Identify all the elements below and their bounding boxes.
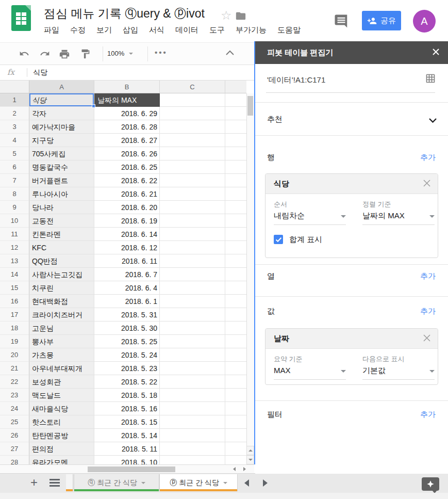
cell-A18[interactable]: 고운님 bbox=[29, 321, 94, 335]
cell-C8[interactable] bbox=[160, 187, 225, 201]
scroll-left-button[interactable] bbox=[233, 467, 236, 471]
cell-C16[interactable] bbox=[160, 295, 225, 308]
cell-C14[interactable] bbox=[160, 268, 225, 281]
cell-D3[interactable] bbox=[225, 120, 246, 134]
cell-D9[interactable] bbox=[225, 201, 246, 214]
cell-C4[interactable] bbox=[160, 134, 225, 147]
cell-A28[interactable]: 유라가모멘 bbox=[29, 456, 94, 464]
add-sheet-button[interactable]: + bbox=[28, 474, 40, 491]
cell-A11[interactable]: 킨톤라멘 bbox=[29, 228, 94, 241]
row-number[interactable]: 16 bbox=[0, 295, 29, 308]
column-header-B[interactable]: B bbox=[94, 81, 160, 93]
undo-button[interactable] bbox=[19, 49, 30, 59]
cell-B5[interactable]: 2018. 6. 26 bbox=[94, 147, 160, 160]
rows-add-link[interactable]: 추가 bbox=[420, 153, 436, 163]
sheets-logo[interactable] bbox=[11, 5, 31, 31]
sheet-tab-clipped[interactable] bbox=[66, 474, 73, 491]
cell-B3[interactable]: 2018. 6. 28 bbox=[94, 120, 160, 134]
show-totals-checkbox[interactable] bbox=[274, 235, 283, 244]
document-title[interactable]: 점심 메뉴 기록 ⓠuery & ⓟivot bbox=[44, 6, 205, 22]
cell-C26[interactable] bbox=[160, 429, 225, 442]
sheet-tab-1[interactable]: ⓠ 최근 간 식당 bbox=[74, 474, 159, 491]
cell-A6[interactable]: 명동칼국수 bbox=[29, 160, 94, 174]
redo-button[interactable] bbox=[39, 49, 51, 59]
cell-B1[interactable]: 날짜의 MAX bbox=[94, 93, 160, 107]
row-number[interactable]: 12 bbox=[0, 241, 29, 254]
row-number[interactable]: 7 bbox=[0, 174, 29, 187]
cell-A13[interactable]: QQ반점 bbox=[29, 254, 94, 268]
cell-D25[interactable] bbox=[225, 415, 246, 429]
cell-A12[interactable]: KFC bbox=[29, 241, 94, 254]
close-icon[interactable] bbox=[423, 180, 430, 187]
row-number[interactable]: 25 bbox=[0, 415, 29, 429]
cell-D14[interactable] bbox=[225, 268, 246, 281]
cell-A19[interactable]: 뽕사부 bbox=[29, 335, 94, 348]
all-sheets-icon[interactable] bbox=[49, 479, 60, 487]
row-number[interactable]: 1 bbox=[0, 93, 29, 107]
cell-C5[interactable] bbox=[160, 147, 225, 160]
row-number[interactable]: 14 bbox=[0, 268, 29, 281]
cell-B9[interactable]: 2018. 6. 20 bbox=[94, 201, 160, 214]
menu-서식[interactable]: 서식 bbox=[149, 25, 164, 35]
row-number[interactable]: 4 bbox=[0, 134, 29, 147]
data-range-input[interactable]: '데이터'!A1:C171 bbox=[267, 75, 325, 85]
cell-A1[interactable]: 식당 bbox=[29, 93, 94, 107]
menu-부가기능[interactable]: 부가기능 bbox=[236, 25, 267, 35]
cell-A14[interactable]: 사람사는고깃집 bbox=[29, 268, 94, 281]
cell-B2[interactable]: 2018. 6. 29 bbox=[94, 107, 160, 120]
close-icon[interactable] bbox=[423, 334, 430, 342]
columns-add-link[interactable]: 추가 bbox=[420, 271, 436, 281]
tab-dropdown-arrow-icon[interactable] bbox=[223, 482, 227, 484]
cell-C7[interactable] bbox=[160, 174, 225, 187]
dropdown-arrow-icon[interactable] bbox=[429, 370, 435, 373]
share-button[interactable]: 공유 bbox=[362, 11, 401, 30]
zoom-control[interactable]: 100% bbox=[107, 50, 133, 57]
star-icon[interactable]: ☆ bbox=[221, 8, 232, 23]
cell-B7[interactable]: 2018. 6. 22 bbox=[94, 174, 160, 187]
sheet-tab-2[interactable]: ⓟ 최근 간 식당 bbox=[159, 474, 238, 491]
row-number[interactable]: 6 bbox=[0, 160, 29, 174]
summarize-by-dropdown[interactable]: MAX bbox=[274, 366, 291, 375]
cell-B11[interactable]: 2018. 6. 14 bbox=[94, 228, 160, 241]
cell-A20[interactable]: 가츠몽 bbox=[29, 348, 94, 362]
cell-B17[interactable]: 2018. 5. 31 bbox=[94, 308, 160, 321]
cell-D11[interactable] bbox=[225, 228, 246, 241]
dropdown-arrow-icon[interactable] bbox=[341, 215, 346, 218]
cell-B14[interactable]: 2018. 6. 7 bbox=[94, 268, 160, 281]
cell-D20[interactable] bbox=[225, 348, 246, 362]
select-range-grid-icon[interactable] bbox=[425, 73, 436, 84]
cell-C15[interactable] bbox=[160, 281, 225, 295]
cell-A22[interactable]: 보성회관 bbox=[29, 375, 94, 389]
cell-B10[interactable]: 2018. 6. 19 bbox=[94, 214, 160, 228]
cell-C12[interactable] bbox=[160, 241, 225, 254]
filters-add-link[interactable]: 추가 bbox=[420, 410, 436, 420]
cell-A8[interactable]: 루나아시아 bbox=[29, 187, 94, 201]
cell-B6[interactable]: 2018. 6. 25 bbox=[94, 160, 160, 174]
explore-icon[interactable] bbox=[422, 477, 439, 491]
horizontal-scrollbar-thumb[interactable] bbox=[88, 466, 175, 472]
row-number[interactable]: 10 bbox=[0, 214, 29, 228]
cell-D19[interactable] bbox=[225, 335, 246, 348]
cell-B19[interactable]: 2018. 5. 25 bbox=[94, 335, 160, 348]
select-all-corner[interactable] bbox=[0, 81, 29, 93]
cell-B20[interactable]: 2018. 5. 24 bbox=[94, 348, 160, 362]
dropdown-arrow-icon[interactable] bbox=[341, 370, 346, 373]
cell-D6[interactable] bbox=[225, 160, 246, 174]
cell-A26[interactable]: 탄탄멘공방 bbox=[29, 429, 94, 442]
cell-C28[interactable] bbox=[160, 456, 225, 464]
row-number[interactable]: 2 bbox=[0, 107, 29, 120]
row-number[interactable]: 20 bbox=[0, 348, 29, 362]
print-button[interactable] bbox=[59, 49, 70, 60]
scroll-down-button[interactable] bbox=[246, 455, 254, 464]
column-header-A[interactable]: A bbox=[29, 81, 94, 93]
cell-D7[interactable] bbox=[225, 174, 246, 187]
row-number[interactable]: 18 bbox=[0, 321, 29, 335]
cell-A21[interactable]: 아우네부대찌개 bbox=[29, 362, 94, 375]
cell-C13[interactable] bbox=[160, 254, 225, 268]
cell-D24[interactable] bbox=[225, 402, 246, 415]
cell-D16[interactable] bbox=[225, 295, 246, 308]
cell-A4[interactable]: 지구당 bbox=[29, 134, 94, 147]
cell-C17[interactable] bbox=[160, 308, 225, 321]
cell-C25[interactable] bbox=[160, 415, 225, 429]
menu-데이터[interactable]: 데이터 bbox=[175, 25, 198, 35]
